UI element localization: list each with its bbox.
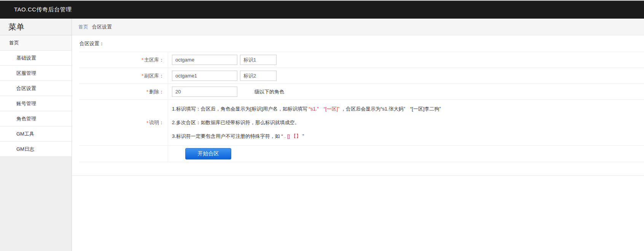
form-row-notes: * 说明： 1.标识填写：合区后，角色会显示为[标识]用户名，如标识填写 “s1…	[79, 100, 644, 146]
secondary-db-label-text: 副区库：	[144, 73, 164, 79]
delete-level-label-text: 删除：	[149, 88, 164, 95]
required-asterisk: *	[146, 120, 148, 126]
note-line-2: 2.多次合区：如数据库已经带标识符，那么标识就填成空。	[172, 116, 644, 129]
note2-text: 2.多次合区：如数据库已经带标识符，那么标识就填成空。	[172, 120, 300, 125]
submit-row-content: 开始合区	[168, 146, 644, 162]
breadcrumb-current: 合区设置	[92, 24, 112, 30]
sidebar-item-basic-settings[interactable]: 基础设置	[0, 51, 72, 66]
required-asterisk: *	[146, 89, 148, 95]
primary-db-tag-input[interactable]	[240, 55, 277, 65]
secondary-db-input[interactable]	[172, 71, 237, 81]
sidebar-item-home[interactable]: 首页	[0, 35, 72, 51]
secondary-db-tag-input[interactable]	[240, 71, 277, 81]
form-row-submit: 开始合区	[79, 146, 644, 162]
sidebar-item-server-management[interactable]: 区服管理	[0, 66, 72, 81]
note1-text: 1.标识填写：合区后，角色会显示为[标识]用户名，如标识填写	[172, 106, 309, 112]
sidebar-item-merge-settings[interactable]: 合区设置	[0, 81, 72, 96]
note-line-1: 1.标识填写：合区后，角色会显示为[标识]用户名，如标识填写 “s1.” “[一…	[172, 102, 644, 116]
form-row-secondary-db: * 副区库：	[79, 68, 644, 84]
sidebar-item-gm-logs[interactable]: GM日志	[0, 142, 72, 157]
submit-row-label-spacer	[79, 146, 168, 162]
notes-label-text: 说明：	[149, 119, 164, 126]
note3-text-tail: ”	[302, 133, 304, 139]
required-asterisk: *	[142, 73, 143, 79]
secondary-db-label: * 副区库：	[79, 68, 168, 84]
primary-db-label: * 主区库：	[79, 52, 168, 68]
delete-level-suffix: 级以下的角色	[254, 88, 284, 95]
delete-level-input[interactable]	[172, 87, 237, 97]
sidebar-menu-heading: 菜单	[0, 19, 72, 35]
note-line-3: 3.标识符一定要包含用户不可注册的特殊字符，如 “ . [] 【】 ”	[172, 129, 644, 143]
breadcrumb-home-link[interactable]: 首页	[78, 24, 88, 30]
body-row: 菜单 首页 基础设置 区服管理 合区设置 账号管理 角色管理 GM工具 GM日志…	[0, 19, 644, 251]
sidebar-item-gm-tools[interactable]: GM工具	[0, 126, 72, 142]
sidebar: 菜单 首页 基础设置 区服管理 合区设置 账号管理 角色管理 GM工具 GM日志	[0, 19, 72, 251]
delete-level-fields: 级以下的角色	[168, 84, 644, 99]
primary-db-label-text: 主区库：	[144, 57, 164, 63]
primary-db-fields	[168, 52, 644, 68]
notes-label: * 说明：	[79, 100, 168, 145]
note1-red-example-1: “s1.”	[309, 106, 319, 112]
note3-red-chars: . [] 【】	[283, 133, 302, 139]
required-asterisk: *	[142, 57, 143, 63]
notes-content: 1.标识填写：合区后，角色会显示为[标识]用户名，如标识填写 “s1.” “[一…	[168, 100, 644, 145]
form-row-delete-level: * 删除： 级以下的角色	[79, 84, 644, 100]
app-title: TAO.CC传奇后台管理	[0, 6, 72, 13]
note1-red-example-2: “[一区]”	[324, 106, 340, 112]
sidebar-filler	[0, 157, 72, 251]
bottom-divider	[72, 175, 644, 176]
primary-db-input[interactable]	[172, 55, 237, 65]
delete-level-label: * 删除：	[79, 84, 168, 99]
start-merge-button[interactable]: 开始合区	[185, 148, 231, 159]
merge-settings-form: * 主区库： * 副区库：	[79, 52, 644, 162]
note1-spacer	[319, 106, 324, 112]
content-panel: 合区设置： * 主区库： *	[72, 35, 644, 251]
form-row-primary-db: * 主区库：	[79, 52, 644, 68]
topbar: TAO.CC传奇后台管理	[0, 0, 644, 19]
note1-text-tail: ，合区后会显示为“s1.张大妈” “[一区]李二狗”	[340, 106, 441, 112]
sidebar-item-role-management[interactable]: 角色管理	[0, 111, 72, 126]
page: TAO.CC传奇后台管理 菜单 首页 基础设置 区服管理 合区设置 账号管理 角…	[0, 0, 644, 251]
sidebar-item-account-management[interactable]: 账号管理	[0, 96, 72, 111]
breadcrumb: 首页 合区设置	[72, 19, 644, 35]
note3-text: 3.标识符一定要包含用户不可注册的特殊字符，如 “	[172, 133, 283, 139]
section-title: 合区设置：	[72, 35, 644, 52]
main-area: 首页 合区设置 合区设置： * 主区库：	[72, 19, 644, 251]
secondary-db-fields	[168, 68, 644, 84]
